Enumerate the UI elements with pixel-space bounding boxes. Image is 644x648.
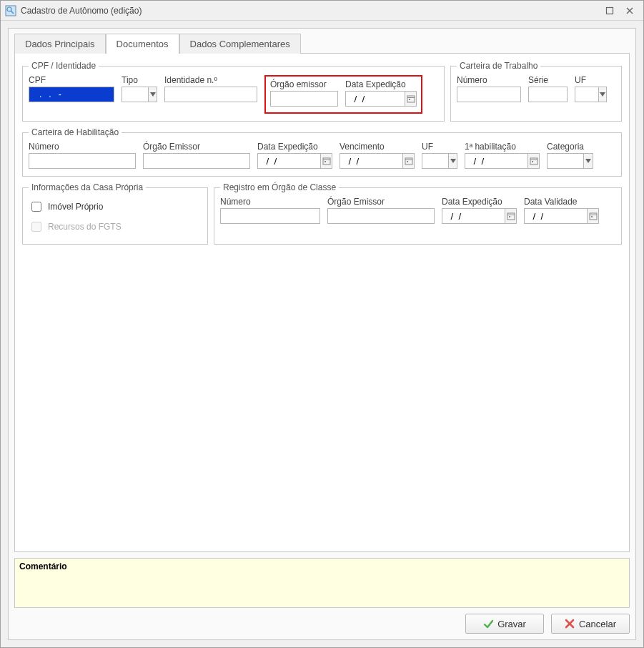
date-expedicao-id[interactable] bbox=[345, 91, 417, 107]
restore-button[interactable] bbox=[600, 4, 619, 18]
cancelar-label: Cancelar bbox=[579, 619, 616, 629]
combo-ch-uf-input[interactable] bbox=[422, 153, 448, 169]
chevron-down-icon[interactable] bbox=[148, 87, 157, 102]
calendar-icon[interactable] bbox=[320, 153, 332, 169]
svg-rect-11 bbox=[323, 158, 330, 165]
date-ch-vencimento-input[interactable] bbox=[340, 153, 402, 169]
svg-rect-27 bbox=[591, 216, 593, 217]
checkbox-imovel-proprio-row[interactable]: Imóvel Próprio bbox=[29, 197, 202, 217]
svg-rect-24 bbox=[509, 216, 510, 217]
label-data-expedicao-id: Data Expedição bbox=[345, 79, 417, 89]
date-rc-validade[interactable] bbox=[524, 208, 599, 224]
input-rc-orgao[interactable] bbox=[327, 208, 435, 224]
combo-ct-uf[interactable] bbox=[575, 87, 607, 102]
checkbox-imovel-proprio[interactable] bbox=[31, 202, 41, 212]
svg-rect-25 bbox=[590, 213, 597, 220]
date-rc-validade-input[interactable] bbox=[524, 208, 587, 224]
date-expedicao-id-input[interactable] bbox=[345, 91, 405, 107]
calendar-icon[interactable] bbox=[505, 208, 517, 224]
combo-tipo[interactable] bbox=[122, 87, 157, 102]
svg-rect-7 bbox=[407, 96, 415, 102]
svg-rect-20 bbox=[532, 161, 533, 162]
svg-marker-17 bbox=[450, 159, 456, 163]
input-rc-numero[interactable] bbox=[220, 208, 320, 224]
label-ch-uf: UF bbox=[422, 142, 457, 152]
input-cpf[interactable] bbox=[29, 87, 114, 102]
legend-carteira-habilitacao: Carteira de Habilitação bbox=[29, 127, 122, 137]
svg-rect-22 bbox=[507, 213, 515, 220]
date-rc-expedicao-input[interactable] bbox=[442, 208, 505, 224]
legend-casa-propria: Informações da Casa Própria bbox=[29, 182, 146, 192]
group-carteira-habilitacao: Carteira de Habilitação Número Órgão Emi… bbox=[22, 127, 622, 177]
label-imovel-proprio: Imóvel Próprio bbox=[48, 202, 103, 212]
combo-ch-categoria[interactable] bbox=[547, 153, 593, 169]
chevron-down-icon[interactable] bbox=[583, 153, 593, 169]
date-ch-primeira-input[interactable] bbox=[465, 153, 527, 169]
close-icon bbox=[565, 619, 575, 629]
input-identidade[interactable] bbox=[164, 87, 257, 102]
input-ct-numero[interactable] bbox=[457, 87, 521, 102]
label-ch-numero: Número bbox=[29, 142, 136, 152]
label-ch-data-exp: Data Expedição bbox=[257, 142, 332, 152]
app-icon bbox=[5, 5, 16, 16]
group-cpf-identidade: CPF / Identidade CPF Tipo bbox=[22, 61, 445, 122]
svg-rect-14 bbox=[405, 158, 412, 165]
tab-dados-principais[interactable]: Dados Principais bbox=[14, 34, 106, 54]
comment-panel: Comentário bbox=[14, 558, 630, 608]
gravar-label: Gravar bbox=[497, 619, 526, 629]
comment-title: Comentário bbox=[19, 561, 625, 571]
svg-marker-21 bbox=[585, 159, 591, 163]
group-carteira-trabalho: Carteira de Trabalho Número Série bbox=[450, 61, 622, 122]
label-ct-numero: Número bbox=[457, 75, 521, 85]
label-ch-primeira: 1ª habilitação bbox=[465, 142, 540, 152]
label-ch-categoria: Categoria bbox=[547, 142, 593, 152]
combo-ch-categoria-input[interactable] bbox=[547, 153, 583, 169]
highlight-orgao-data: Órgão emissor Data Expedição bbox=[264, 75, 422, 114]
legend-registro-classe: Registro em Órgão de Classe bbox=[220, 182, 339, 192]
input-ch-orgao[interactable] bbox=[143, 153, 250, 169]
calendar-icon[interactable] bbox=[587, 208, 599, 224]
combo-ch-uf[interactable] bbox=[422, 153, 457, 169]
legend-carteira-trabalho: Carteira de Trabalho bbox=[457, 61, 540, 71]
tab-dados-complementares[interactable]: Dados Complementares bbox=[179, 34, 301, 54]
label-ch-vencimento: Vencimento bbox=[340, 142, 415, 152]
label-rc-data-exp: Data Expedição bbox=[442, 197, 517, 207]
date-ch-primeira[interactable] bbox=[465, 153, 540, 169]
input-ct-serie[interactable] bbox=[528, 87, 568, 102]
label-orgao-emissor-id: Órgão emissor bbox=[270, 79, 338, 89]
chevron-down-icon[interactable] bbox=[598, 87, 607, 102]
gravar-button[interactable]: Gravar bbox=[465, 614, 544, 634]
svg-rect-3 bbox=[607, 7, 613, 14]
input-ch-numero[interactable] bbox=[29, 153, 136, 169]
outer-panel: Dados Principais Documentos Dados Comple… bbox=[8, 28, 636, 640]
label-rc-orgao: Órgão Emissor bbox=[327, 197, 435, 207]
window-title: Cadastro de Autônomo (edição) bbox=[21, 6, 599, 16]
cancelar-button[interactable]: Cancelar bbox=[551, 614, 630, 634]
date-rc-expedicao[interactable] bbox=[442, 208, 517, 224]
combo-tipo-input[interactable] bbox=[122, 87, 148, 102]
date-ch-expedicao[interactable] bbox=[257, 153, 332, 169]
date-ch-vencimento[interactable] bbox=[340, 153, 415, 169]
calendar-icon[interactable] bbox=[405, 91, 417, 107]
tab-documentos[interactable]: Documentos bbox=[106, 34, 179, 54]
svg-rect-9 bbox=[409, 99, 410, 100]
chevron-down-icon[interactable] bbox=[448, 153, 457, 169]
label-cpf: CPF bbox=[29, 75, 114, 85]
group-casa-propria: Informações da Casa Própria Imóvel Própr… bbox=[22, 182, 208, 245]
combo-ct-uf-input[interactable] bbox=[575, 87, 598, 102]
tab-panel-documentos: CPF / Identidade CPF Tipo bbox=[14, 53, 630, 552]
label-ct-uf: UF bbox=[575, 75, 607, 85]
close-button[interactable] bbox=[620, 4, 639, 18]
date-ch-expedicao-input[interactable] bbox=[257, 153, 320, 169]
svg-rect-18 bbox=[530, 158, 538, 165]
calendar-icon[interactable] bbox=[402, 153, 415, 169]
calendar-icon[interactable] bbox=[527, 153, 540, 169]
svg-rect-16 bbox=[407, 161, 408, 162]
label-rc-data-val: Data Validade bbox=[524, 197, 599, 207]
input-orgao-emissor-id[interactable] bbox=[270, 91, 338, 107]
label-identidade: Identidade n.º bbox=[164, 75, 257, 85]
legend-cpf-identidade: CPF / Identidade bbox=[29, 61, 99, 71]
group-registro-classe: Registro em Órgão de Classe Número Órgão… bbox=[214, 182, 622, 245]
svg-rect-13 bbox=[325, 161, 326, 162]
content-area: Dados Principais Documentos Dados Comple… bbox=[1, 21, 643, 647]
